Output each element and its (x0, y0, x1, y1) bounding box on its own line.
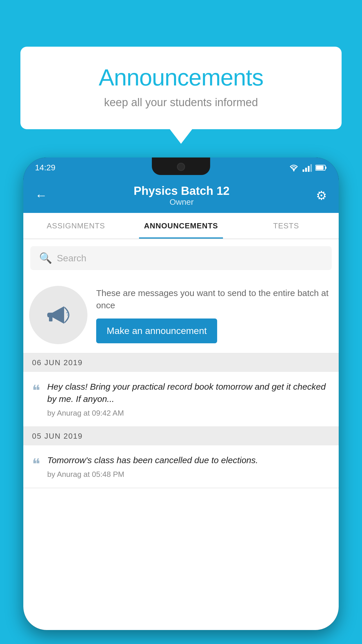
quote-icon-1: ❝ (32, 456, 40, 479)
quote-icon-0: ❝ (32, 383, 40, 418)
phone-camera (177, 163, 185, 171)
battery-icon (315, 164, 327, 171)
svg-rect-1 (303, 169, 304, 172)
search-bar[interactable]: 🔍 Search (30, 246, 332, 270)
svg-rect-4 (310, 164, 312, 172)
svg-rect-2 (305, 168, 307, 172)
announcement-meta-1: by Anurag at 05:48 PM (47, 470, 330, 479)
promo-right: These are messages you want to send to t… (96, 287, 330, 343)
date-header-0: 06 JUN 2019 (23, 354, 339, 372)
tab-tests[interactable]: TESTS (233, 213, 339, 239)
announcement-item-0: ❝ Hey class! Bring your practical record… (23, 372, 339, 427)
promo-icon-circle (29, 286, 87, 344)
top-bar: ← Physics Batch 12 Owner ⚙ (23, 178, 339, 213)
date-header-1: 05 JUN 2019 (23, 427, 339, 445)
svg-point-9 (66, 312, 68, 314)
top-bar-center: Physics Batch 12 Owner (133, 184, 229, 207)
top-bar-title: Physics Batch 12 (133, 184, 229, 197)
svg-point-0 (293, 170, 295, 172)
megaphone-icon (44, 300, 73, 330)
announcement-item-1: ❝ Tomorrow's class has been cancelled du… (23, 445, 339, 488)
search-icon: 🔍 (39, 252, 52, 264)
speech-bubble-title: Announcements (44, 64, 318, 91)
back-button[interactable]: ← (35, 188, 47, 202)
gear-icon[interactable]: ⚙ (316, 188, 327, 203)
status-time: 14:29 (35, 163, 55, 172)
announcement-text-0: Hey class! Bring your practical record b… (47, 381, 330, 405)
promo-block: These are messages you want to send to t… (23, 277, 339, 354)
announcement-meta-0: by Anurag at 09:42 AM (47, 409, 330, 418)
svg-rect-3 (308, 166, 310, 172)
announcement-text-1: Tomorrow's class has been cancelled due … (47, 454, 330, 466)
speech-bubble: Announcements keep all your students inf… (20, 47, 342, 129)
svg-rect-8 (49, 316, 52, 321)
tab-assignments[interactable]: ASSIGNMENTS (23, 213, 129, 239)
tab-bar: ASSIGNMENTS ANNOUNCEMENTS TESTS (23, 213, 339, 239)
wifi-icon (289, 164, 299, 172)
svg-rect-7 (316, 166, 324, 170)
top-bar-subtitle: Owner (133, 197, 229, 207)
announcement-content-0: Hey class! Bring your practical record b… (47, 381, 330, 418)
promo-description: These are messages you want to send to t… (96, 287, 330, 312)
svg-point-10 (67, 314, 69, 316)
announcement-content-1: Tomorrow's class has been cancelled due … (47, 454, 330, 479)
phone-container: 14:29 (23, 158, 339, 644)
make-announcement-button[interactable]: Make an announcement (96, 318, 217, 343)
signal-icon (303, 164, 312, 172)
phone-content: 🔍 Search (23, 239, 339, 630)
speech-bubble-container: Announcements keep all your students inf… (20, 47, 342, 129)
tab-announcements[interactable]: ANNOUNCEMENTS (129, 213, 234, 239)
svg-rect-6 (325, 167, 326, 169)
phone-frame: 14:29 (23, 158, 339, 630)
search-placeholder: Search (57, 253, 86, 264)
status-icons (289, 164, 327, 172)
speech-bubble-subtitle: keep all your students informed (44, 96, 318, 109)
phone-notch (152, 158, 210, 175)
